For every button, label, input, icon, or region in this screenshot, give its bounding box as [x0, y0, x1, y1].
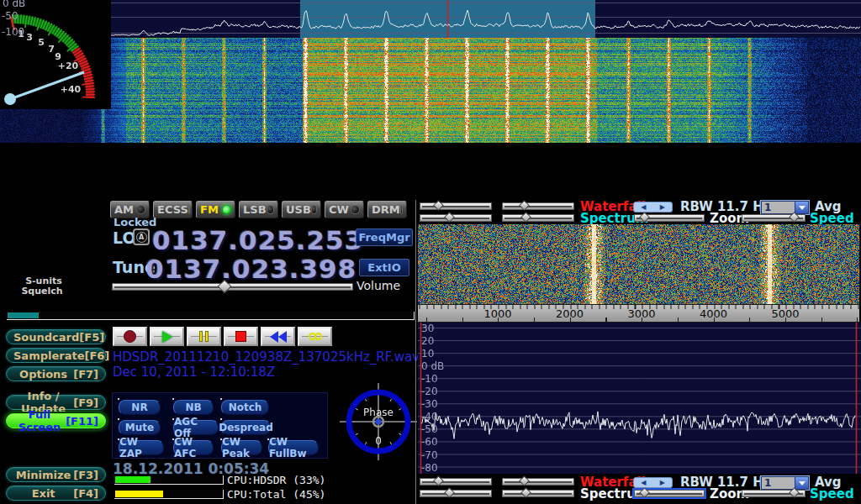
rf-spectrum[interactable] — [418, 323, 861, 474]
rf-frequency-scale[interactable]: 10002000300040005000 — [418, 304, 859, 323]
sidebar-button-minimize[interactable]: Minimize[F3] — [6, 467, 106, 482]
sidebar-button-key: [F7] — [73, 368, 98, 381]
dsp-button-despread[interactable]: Despread — [221, 420, 271, 435]
sidebar-button-label: Soundcard — [13, 331, 79, 344]
playback-position-bar[interactable] — [7, 312, 415, 320]
avg-dropdown-value: 1 — [762, 202, 795, 213]
phase-dial — [340, 383, 417, 460]
db-scale-label: 30 — [421, 323, 434, 334]
dsp-button-nb[interactable]: NB — [173, 400, 214, 415]
dsp-button-cw-zap[interactable]: CW ZAP — [119, 440, 164, 455]
db-scale-label: -50 — [2, 10, 18, 22]
pause-icon — [199, 331, 209, 342]
play-button[interactable] — [150, 327, 184, 346]
tune-frequency-display[interactable]: 0137.023.398 — [145, 254, 357, 284]
slider-thumb[interactable] — [433, 475, 444, 486]
slider-thumb[interactable] — [444, 487, 455, 498]
loop-button[interactable] — [298, 327, 332, 346]
mode-button-lsb[interactable]: LSB — [239, 201, 278, 218]
brightness-slider[interactable] — [420, 490, 492, 497]
volume-slider[interactable] — [112, 283, 353, 291]
slider-groove — [422, 481, 489, 483]
mode-button-fm[interactable]: FM — [196, 201, 235, 218]
lo-auto-badge[interactable]: A — [133, 228, 150, 245]
lo-frequency-display[interactable]: 0137.025.253 — [152, 225, 363, 255]
mode-button-label: USB — [286, 203, 311, 216]
rewind-button[interactable] — [261, 327, 295, 346]
spin-left-icon[interactable]: ◀ — [641, 480, 646, 486]
slider-thumb[interactable] — [433, 200, 444, 211]
spin-right-icon[interactable]: ▶ — [660, 480, 665, 486]
speed-slider[interactable] — [742, 490, 806, 497]
freqmgr-button[interactable]: FreqMgr — [356, 228, 413, 246]
db-scale-label: -60 — [421, 436, 438, 448]
s-meter-squelch-label: Squelch — [17, 286, 67, 297]
lo-auto-badge-letter: A — [136, 232, 147, 243]
dsp-button-cw-peak[interactable]: CW Peak — [221, 440, 262, 455]
slider-thumb[interactable] — [519, 475, 530, 486]
avg-dropdown[interactable]: 1 — [761, 201, 809, 214]
contrast-slider[interactable] — [502, 202, 574, 210]
zoom-slider[interactable] — [634, 214, 705, 222]
slider-groove — [422, 493, 489, 495]
sidebar-button-options[interactable]: Options[F7] — [6, 366, 106, 381]
avg-dropdown[interactable]: 1 — [761, 476, 809, 490]
slider-thumb[interactable] — [789, 212, 800, 223]
extio-button[interactable]: ExtIO — [359, 259, 409, 276]
spin-right-icon[interactable]: ▶ — [660, 204, 665, 211]
avg-dropdown-button[interactable] — [795, 202, 808, 213]
contrast-slider[interactable] — [502, 490, 574, 497]
main-spectrum-area: 0 dB-50-100 — [0, 0, 861, 38]
stop-icon — [235, 331, 246, 342]
stop-button[interactable] — [224, 327, 258, 346]
pause-button[interactable] — [187, 327, 221, 346]
mode-button-usb[interactable]: USB — [282, 201, 321, 218]
db-scale-label: -20 — [421, 386, 438, 397]
brightness-slider[interactable] — [420, 214, 492, 222]
contrast-slider[interactable] — [502, 478, 574, 486]
freq-scale-label: 2000 — [556, 307, 584, 320]
slider-thumb[interactable] — [639, 487, 650, 498]
sidebar-button-label: Exit — [13, 487, 73, 500]
record-button[interactable] — [113, 327, 147, 346]
contrast-slider[interactable] — [502, 214, 574, 222]
sidebar-button-full-screen[interactable]: Full Screen[F11] — [6, 413, 106, 428]
db-scale-label: -100 — [2, 26, 24, 38]
spin-left-icon[interactable]: ◀ — [641, 204, 646, 211]
dsp-button-mute[interactable]: Mute — [119, 420, 161, 435]
cpu-total-bar — [114, 490, 224, 499]
mode-button-label: FM — [200, 203, 219, 216]
slider-thumb[interactable] — [639, 212, 650, 223]
brightness-slider[interactable] — [420, 202, 492, 210]
slider-thumb[interactable] — [520, 487, 531, 498]
main-spectrum[interactable] — [0, 0, 861, 38]
brightness-slider[interactable] — [420, 478, 492, 486]
mode-button-ecss[interactable]: ECSS — [153, 201, 193, 218]
zoom-slider[interactable] — [634, 490, 705, 497]
mode-button-label: AM — [114, 203, 134, 216]
slider-groove — [504, 493, 572, 495]
rewind-icon — [270, 331, 287, 343]
sidebar-button-label: Minimize — [13, 469, 73, 481]
slider-thumb[interactable] — [444, 212, 455, 223]
speed-label: Speed — [810, 213, 854, 224]
dsp-button-cw-fullbw[interactable]: CW FullBw — [268, 440, 319, 455]
sidebar-button-label: Options — [13, 368, 73, 381]
slider-thumb[interactable] — [520, 212, 531, 223]
mode-button-drm[interactable]: DRM — [367, 201, 407, 218]
sidebar-button-samplerate[interactable]: Samplerate[F6] — [6, 348, 106, 363]
slider-thumb[interactable] — [789, 487, 800, 498]
avg-dropdown-value: 1 — [762, 477, 795, 489]
avg-dropdown-button[interactable] — [795, 477, 808, 489]
sidebar-button-soundcard[interactable]: Soundcard[F5] — [6, 329, 106, 344]
dsp-button-nr[interactable]: NR — [119, 400, 161, 415]
recording-file-date: Dec 10, 2011 - 12:10:18Z — [113, 365, 275, 380]
speed-slider[interactable] — [742, 214, 806, 222]
dsp-button-agc-off[interactable]: AGC Off — [173, 420, 219, 435]
dsp-button-cw-afc[interactable]: CW AFC — [173, 440, 214, 455]
mode-button-cw[interactable]: CW — [325, 201, 364, 218]
slider-thumb[interactable] — [519, 200, 530, 211]
sidebar-button-exit[interactable]: Exit[F4] — [6, 486, 106, 501]
dsp-button-notch[interactable]: Notch — [221, 400, 269, 415]
rf-waterfall[interactable] — [418, 224, 859, 304]
